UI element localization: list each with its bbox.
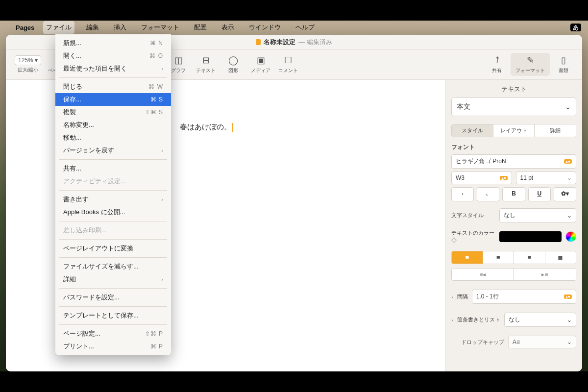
bullets-select[interactable]: なし⌄ — [504, 313, 576, 327]
menu-arrange[interactable]: 配置 — [191, 21, 210, 34]
file-menu-item[interactable]: ページ設定...⇧⌘ P — [55, 327, 171, 340]
gear-button[interactable]: ✿▾ — [554, 187, 576, 201]
text-color-label: テキストのカラー ◇ — [451, 229, 495, 244]
tb-share[interactable]: ⤴共有 — [483, 55, 511, 74]
bullets-label: 箇条書きとリスト — [457, 316, 500, 323]
disclosure-icon[interactable]: › — [451, 294, 453, 300]
file-menu-dropdown[interactable]: 新規...⌘ N開く...⌘ O最近使った項目を開く›閉じる⌘ W保存...⌘ … — [55, 34, 171, 355]
file-menu-item[interactable]: 共有... — [55, 162, 171, 175]
file-menu-item[interactable]: 書き出す› — [55, 193, 171, 206]
menu-file[interactable]: ファイル — [43, 21, 74, 34]
document-text[interactable]: 春はあけぼの。 — [180, 122, 233, 132]
menu-help[interactable]: ヘルプ — [293, 21, 318, 34]
indent-segmented[interactable]: ≡◂ ▸≡ — [451, 268, 576, 281]
file-menu-item[interactable]: Apple Books に公開... — [55, 206, 171, 219]
font-size-field[interactable]: 11 pt⌄ — [516, 172, 577, 184]
file-menu-item[interactable]: ファイルサイズを減らす... — [55, 260, 171, 273]
file-menu-item[interactable]: ページレイアウトに変換 — [55, 242, 171, 255]
align-right-button[interactable]: ≡ — [514, 251, 545, 264]
file-menu-item[interactable]: 最近使った項目を開く› — [55, 62, 171, 75]
indent-button[interactable]: ▸≡ — [514, 269, 576, 280]
tab-more[interactable]: 詳細 — [534, 124, 576, 137]
paragraph-style-select[interactable]: 本文⌄ — [451, 98, 576, 116]
file-menu-item[interactable]: 名称変更... — [55, 119, 171, 131]
outdent-button[interactable]: ≡◂ — [452, 269, 514, 280]
tb-format[interactable]: ✎フォーマット — [511, 53, 550, 76]
file-menu-item[interactable]: パスワードを設定... — [55, 291, 171, 304]
file-menu-item[interactable]: 移動... — [55, 131, 171, 144]
file-menu-item[interactable]: 新規...⌘ N — [55, 37, 171, 49]
disclosure-icon[interactable]: › — [451, 317, 453, 323]
menu-insert[interactable]: 挿入 — [111, 21, 129, 34]
align-center-button[interactable]: ≡ — [483, 251, 514, 264]
menu-window[interactable]: ウインドウ — [246, 21, 284, 34]
tb-comment[interactable]: ☐コメント — [274, 55, 302, 74]
spacing-label: 間隔 — [457, 293, 468, 300]
file-menu-item[interactable]: プリント...⌘ P — [55, 340, 171, 353]
chevron-down-icon: ⌄ — [565, 103, 571, 111]
stepper-icon[interactable]: ▴▾ — [564, 159, 572, 164]
dropcap-select[interactable]: A≡⌄ — [508, 336, 576, 348]
menu-edit[interactable]: 編集 — [83, 21, 102, 34]
tab-style[interactable]: スタイル — [452, 124, 493, 137]
text-cursor — [232, 123, 233, 132]
file-menu-item[interactable]: 複製⇧⌘ S — [55, 106, 171, 119]
app-name[interactable]: Pages — [16, 24, 34, 31]
stepper-icon[interactable]: ▴▾ — [500, 176, 508, 180]
ime-indicator[interactable]: あ — [570, 24, 581, 31]
file-menu-item[interactable]: 閉じる⌘ W — [55, 80, 171, 93]
align-justify-button[interactable]: ≣ — [545, 251, 576, 264]
menu-format[interactable]: フォーマット — [138, 21, 182, 34]
char-style-select[interactable]: なし⌄ — [499, 208, 576, 222]
edited-indicator: — 編集済み — [298, 38, 332, 47]
inspector-title: テキスト — [445, 80, 582, 98]
menu-view[interactable]: 表示 — [219, 21, 237, 34]
document-icon — [256, 39, 261, 45]
menubar: Pages ファイル 編集 挿入 フォーマット 配置 表示 ウインドウ ヘルプ … — [0, 21, 588, 34]
align-left-button[interactable]: ≡ — [452, 251, 483, 264]
font-section-label: フォント — [451, 143, 576, 151]
btn-accent[interactable]: ﹅ — [477, 187, 499, 201]
file-menu-item[interactable]: バージョンを戻す› — [55, 144, 171, 157]
char-style-label: 文字スタイル — [451, 212, 495, 219]
color-wheel-icon[interactable] — [565, 231, 576, 242]
underline-button[interactable]: U — [528, 187, 551, 201]
text-color-swatch[interactable] — [499, 231, 562, 242]
file-menu-item: アクティビティ設定... — [55, 175, 171, 188]
font-weight-select[interactable]: W3▴▾ — [451, 172, 512, 184]
btn-dot[interactable]: ・ — [451, 187, 474, 201]
tb-document[interactable]: ▯書類 — [550, 55, 577, 74]
file-menu-item[interactable]: 保存...⌘ S — [55, 93, 171, 106]
document-title[interactable]: 名称未設定 — [264, 38, 295, 47]
file-menu-item: 差し込み印刷... — [55, 224, 171, 237]
tb-text[interactable]: ⊟テキスト — [192, 55, 220, 74]
dropcap-label: ドロップキャップ — [461, 339, 504, 346]
tb-shape[interactable]: ◯図形 — [220, 55, 247, 74]
file-menu-item[interactable]: テンプレートとして保存... — [55, 309, 171, 322]
alignment-segmented[interactable]: ≡ ≡ ≡ ≣ — [451, 251, 576, 264]
format-inspector: テキスト 本文⌄ スタイル レイアウト 詳細 フォント ヒラギノ角ゴ ProN▴… — [445, 80, 582, 371]
zoom-control[interactable]: 125% ▾ 拡大/縮小 — [11, 55, 45, 74]
spacing-select[interactable]: 1.0 - 1行▴▾ — [472, 290, 576, 304]
file-menu-item[interactable]: 詳細› — [55, 273, 171, 286]
tab-layout[interactable]: レイアウト — [493, 124, 535, 137]
inspector-tabs[interactable]: スタイル レイアウト 詳細 — [451, 124, 576, 137]
bold-button[interactable]: B — [502, 187, 525, 201]
font-family-select[interactable]: ヒラギノ角ゴ ProN▴▾ — [451, 154, 576, 169]
tb-media[interactable]: ▣メディア — [247, 55, 274, 74]
file-menu-item[interactable]: 開く...⌘ O — [55, 49, 171, 62]
